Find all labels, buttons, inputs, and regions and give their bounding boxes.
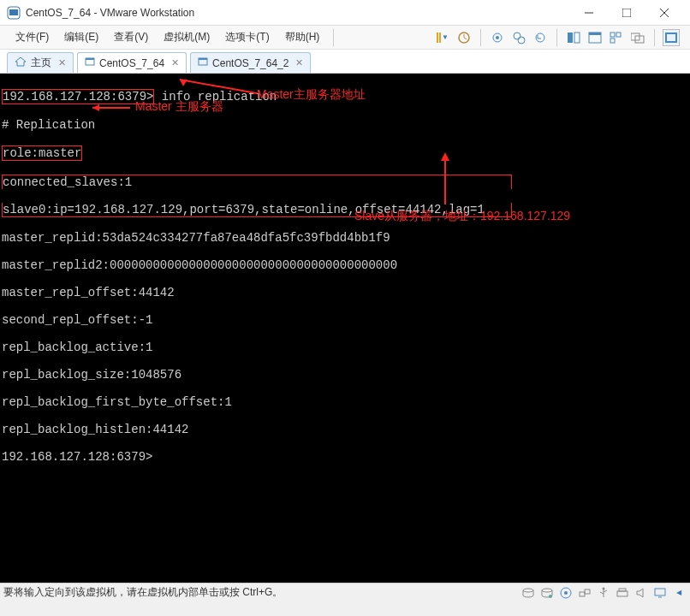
arrow-icon [175, 76, 261, 97]
home-icon [15, 56, 27, 69]
tab-centos2-label: CentOS_7_64_2 [212, 57, 288, 69]
vm-icon [198, 56, 208, 69]
usb-icon[interactable] [596, 586, 611, 600]
separator [654, 29, 655, 46]
cd-icon[interactable] [558, 586, 574, 600]
close-icon[interactable]: ✕ [58, 57, 66, 68]
menu-view[interactable]: 查看(V) [107, 27, 155, 47]
svg-rect-1 [9, 9, 18, 15]
tab-home[interactable]: 主页 ✕ [7, 52, 74, 73]
console-icon[interactable] [586, 29, 604, 46]
annotation-master-role: Master 主服务器 [135, 99, 223, 113]
annotation-slave: Slave从服务器，地址：192.168.127.129 [354, 209, 570, 222]
arrow-icon [437, 149, 454, 209]
arrow-icon [87, 104, 135, 112]
tab-bar: 主页 ✕ CentOS_7_64 ✕ CentOS_7_64_2 ✕ [0, 50, 690, 74]
annotation-master-addr: Master主服务器地址 [257, 87, 366, 101]
svg-rect-17 [616, 33, 621, 37]
network-icon[interactable] [577, 586, 592, 600]
svg-point-33 [523, 589, 533, 592]
fullscreen-icon[interactable] [663, 29, 680, 46]
svg-rect-45 [619, 589, 626, 591]
quick-switch-icon[interactable] [629, 29, 646, 46]
svg-rect-38 [580, 592, 585, 596]
vmware-icon [7, 6, 21, 20]
output-line: master_repl_offset:44142 [2, 286, 688, 299]
output-line: master_replid2:0000000000000000000000000… [2, 258, 688, 272]
chevron-icon[interactable]: ◀ [671, 586, 687, 600]
close-button[interactable] [645, 1, 683, 25]
pause-button[interactable]: ▼ [434, 29, 451, 46]
svg-line-42 [604, 590, 607, 592]
output-line: repl_backlog_size:1048576 [2, 368, 688, 382]
output-line: second_repl_offset:-1 [2, 313, 688, 327]
svg-marker-28 [180, 80, 187, 86]
svg-rect-18 [610, 38, 615, 43]
svg-point-34 [542, 589, 552, 592]
status-hint: 要将输入定向到该虚拟机，请在虚拟机内部单击或按 Ctrl+G。 [3, 585, 283, 600]
output-line: repl_backlog_histlen:44142 [2, 423, 688, 436]
status-bar: 要将输入定向到该虚拟机，请在虚拟机内部单击或按 Ctrl+G。 ◀ [0, 583, 690, 601]
prompt-line: 192.168.127.128:6379> [2, 450, 688, 464]
menu-tabs[interactable]: 选项卡(T) [218, 27, 276, 47]
tab-centos1-label: CentOS_7_64 [99, 57, 164, 69]
title-bar: CentOS_7_64 - VMware Workstation [0, 0, 690, 26]
disk-icon[interactable] [520, 586, 536, 600]
menu-vm[interactable]: 虚拟机(M) [157, 27, 217, 47]
ctrl-alt-del-icon[interactable] [455, 29, 473, 46]
role-highlight: role:master [2, 145, 82, 161]
svg-rect-24 [86, 58, 94, 60]
close-icon[interactable]: ✕ [171, 57, 179, 68]
prompt-highlight: 192.168.127.128:6379> [2, 89, 154, 104]
output-line: repl_backlog_first_byte_offset:1 [2, 395, 688, 409]
menu-bar: 文件(F) 编辑(E) 查看(V) 虚拟机(M) 选项卡(T) 帮助(H) ▼ [0, 26, 690, 50]
display-icon[interactable] [652, 586, 668, 600]
disk2-icon[interactable] [539, 586, 555, 600]
svg-marker-32 [441, 152, 449, 161]
svg-point-8 [496, 36, 499, 39]
snapshot-icon[interactable] [489, 29, 506, 46]
svg-line-43 [600, 592, 604, 594]
minimize-button[interactable] [570, 1, 608, 25]
menu-edit[interactable]: 编辑(E) [57, 27, 105, 47]
svg-rect-15 [589, 33, 601, 35]
svg-rect-12 [568, 33, 573, 43]
unity-icon[interactable] [565, 29, 582, 46]
tab-centos1[interactable]: CentOS_7_64 ✕ [77, 52, 187, 73]
status-icons: ◀ [520, 586, 687, 600]
svg-point-37 [564, 591, 568, 595]
svg-rect-26 [199, 58, 207, 60]
svg-rect-16 [610, 33, 615, 37]
output-line: repl_backlog_active:1 [2, 341, 688, 354]
separator [480, 29, 481, 46]
svg-rect-3 [622, 9, 631, 17]
svg-rect-39 [585, 589, 590, 594]
svg-point-41 [603, 587, 605, 589]
tab-centos2[interactable]: CentOS_7_64_2 ✕ [190, 52, 311, 73]
svg-marker-30 [92, 104, 99, 111]
close-icon[interactable]: ✕ [295, 57, 303, 68]
snapshot-mgr-icon[interactable] [510, 29, 527, 46]
thumbnail-icon[interactable] [608, 29, 625, 46]
svg-rect-46 [655, 589, 665, 595]
window-title: CentOS_7_64 - VMware Workstation [26, 7, 194, 19]
sound-icon[interactable] [633, 586, 649, 600]
svg-rect-22 [667, 34, 675, 41]
svg-rect-13 [574, 33, 580, 43]
svg-rect-44 [617, 591, 628, 596]
output-line: master_replid:53da524c334277fa87ea48dfa5… [2, 231, 688, 245]
revert-icon[interactable] [532, 29, 549, 46]
terminal-console[interactable]: 192.168.127.128:6379> info replication #… [0, 74, 690, 583]
svg-line-27 [180, 80, 257, 93]
separator [556, 29, 557, 46]
menu-help[interactable]: 帮助(H) [278, 27, 327, 47]
svg-point-9 [514, 33, 520, 39]
maximize-button[interactable] [608, 1, 645, 25]
svg-point-35 [549, 595, 552, 598]
slaves-highlight-top: connected_slaves:1 [2, 175, 512, 189]
printer-icon[interactable] [615, 586, 630, 600]
vm-icon [85, 56, 95, 69]
svg-point-10 [518, 37, 525, 44]
menu-file[interactable]: 文件(F) [9, 27, 56, 47]
output-line: # Replication [2, 118, 688, 132]
